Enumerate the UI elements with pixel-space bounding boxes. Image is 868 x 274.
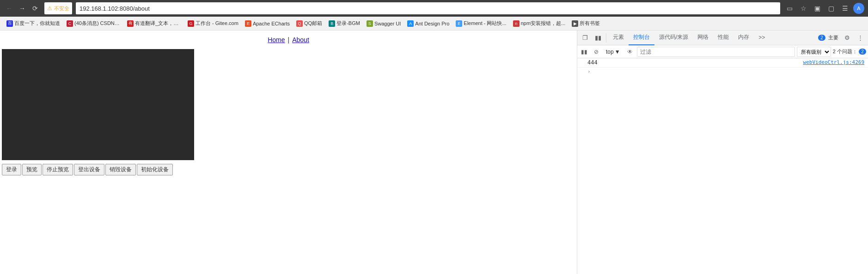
devtools-toolbar: ❐ ▮▮ 元素控制台源代码/来源网络性能内存>> 2 主要 ⚙ ⋮ [577, 31, 868, 45]
bookmark-ant[interactable]: AAnt Design Pro [404, 19, 452, 29]
nav-buttons: ← → ⟳ [4, 3, 41, 14]
bookmark-label-baidu: 百度一下，你就知道 [14, 20, 60, 27]
issues-count-text: 2 个问题： [833, 48, 857, 55]
action-preview-button[interactable]: 预览 [22, 164, 42, 175]
address-bar[interactable]: 192.168.1.102:8080/about [76, 2, 780, 14]
bookmark-label-echarts: Apache ECharts [253, 21, 290, 26]
bookmark-qq[interactable]: QQQ邮箱 [293, 19, 325, 29]
bookmark-npm[interactable]: nnpm安装报错，超... [510, 19, 568, 29]
forward-button[interactable]: → [17, 3, 28, 14]
devtools-more-btn[interactable]: ⋮ [854, 32, 866, 44]
bookmark-label-gitee: 工作台 - Gitee.com [196, 20, 238, 27]
profile-letter: A [857, 6, 860, 11]
security-label: 不安全 [54, 5, 69, 12]
devtools-settings-btn[interactable]: ⚙ [841, 32, 853, 44]
bookmark-echarts[interactable]: EApache ECharts [242, 19, 293, 29]
page-nav: Home | About [0, 31, 577, 49]
bookmark-icon-ant: A [407, 20, 414, 27]
bookmark-button[interactable]: ☆ [798, 3, 809, 14]
video-container [0, 49, 577, 160]
console-level-select[interactable]: 所有级别 [797, 47, 831, 57]
bookmark-swagger[interactable]: SSwagger UI [364, 19, 403, 29]
bookmark-label-ant: Ant Design Pro [415, 21, 449, 26]
nav-about-link[interactable]: About [292, 36, 309, 44]
devtools-select-btn[interactable]: ❐ [579, 32, 591, 44]
bookmark-icon-csdn: C [67, 20, 73, 27]
bookmark-all[interactable]: ▶所有书签 [569, 19, 603, 29]
console-row: 444 webVideoCtrl.js:4269 [577, 58, 868, 68]
bookmark-label-element: Element - 网站快... [464, 20, 506, 27]
browser-actions: ▭ ☆ ▣ ▢ ☰ A [784, 3, 864, 14]
security-indicator: ⚠ 不安全 [44, 2, 72, 14]
console-value: 444 [587, 59, 803, 66]
action-logout-button[interactable]: 登出设备 [74, 164, 104, 175]
devtools-tab-network[interactable]: 网络 [693, 31, 713, 45]
bookmark-icon-echarts: E [245, 20, 251, 27]
bookmark-icon-swagger: S [367, 20, 373, 27]
bookmark-icon-gitee: G [188, 20, 194, 27]
bookmarks-list: 百百度一下，你就知道C(40条消息) CSDN -...有有道翻译_文本，文..… [4, 19, 603, 29]
warning-icon: ⚠ [47, 5, 52, 12]
window-button[interactable]: ▢ [825, 3, 837, 14]
console-filter-input[interactable] [637, 47, 795, 57]
console-context-select[interactable]: top ▼ [603, 48, 623, 56]
bookmark-label-youdao: 有道翻译_文本，文... [135, 20, 181, 27]
console-clear-btn[interactable]: ⊘ [591, 47, 601, 57]
console-file-link[interactable]: webVideoCtrl.js:4269 [803, 59, 864, 65]
issues-count-display[interactable]: 2 个问题： 2 [833, 48, 866, 55]
bookmark-label-qq: QQ邮箱 [304, 20, 322, 27]
action-login-button[interactable]: 登录 [2, 164, 21, 175]
context-label: top [606, 49, 614, 55]
bookmark-bgm[interactable]: B登录-BGM [326, 19, 363, 29]
video-box [2, 49, 194, 160]
devtools-actions: 2 主要 ⚙ ⋮ [818, 32, 866, 44]
browser-window: ← → ⟳ ⚠ 不安全 192.168.1.102:8080/about ▭ ☆… [0, 0, 868, 274]
devtools-tab-memory[interactable]: 内存 [734, 31, 754, 45]
bookmark-baidu[interactable]: 百百度一下，你就知道 [4, 19, 63, 29]
devtools-tab-performance[interactable]: 性能 [713, 31, 734, 45]
chevron-right-icon[interactable]: › [587, 68, 591, 75]
bookmark-label-all: 所有书签 [580, 20, 600, 27]
action-stop_preview-button[interactable]: 停止预览 [43, 164, 73, 175]
bookmark-icon-element: E [456, 20, 462, 27]
bookmark-youdao[interactable]: 有有道翻译_文本，文... [124, 19, 184, 29]
bookmark-element[interactable]: EElement - 网站快... [453, 19, 509, 29]
devtools-tab-sources[interactable]: 源代码/来源 [654, 31, 693, 45]
profile-button[interactable]: A [853, 3, 864, 14]
bookmarks-bar-button[interactable]: ☰ [839, 3, 850, 14]
issues-badge-count: 2 [859, 49, 866, 55]
devtools-tab-console[interactable]: 控制台 [629, 31, 654, 45]
bookmarks-bar: 百百度一下，你就知道C(40条消息) CSDN -...有有道翻译_文本，文..… [0, 17, 868, 31]
bookmark-icon-all: ▶ [572, 20, 578, 27]
bookmark-label-bgm: 登录-BGM [336, 20, 360, 27]
console-sidebar-btn[interactable]: ▮▮ [579, 47, 589, 57]
devtools-device-btn[interactable]: ▮▮ [592, 32, 604, 44]
context-chevron: ▼ [615, 49, 620, 55]
devtools-toolbar2: ▮▮ ⊘ top ▼ 👁 所有级别 2 个问题： 2 [577, 45, 868, 58]
action-destroy-button[interactable]: 销毁设备 [105, 164, 136, 175]
bookmark-icon-qq: Q [296, 20, 303, 27]
bookmark-csdn[interactable]: C(40条消息) CSDN -... [64, 19, 123, 29]
bookmark-gitee[interactable]: G工作台 - Gitee.com [185, 19, 241, 29]
nav-separator: | [288, 36, 290, 44]
console-eye-btn[interactable]: 👁 [625, 47, 635, 57]
devtools-tab-more[interactable]: >> [754, 31, 770, 45]
toolbar-separator [606, 33, 606, 43]
devtools-theme-btn[interactable]: 主要 [826, 32, 840, 44]
refresh-button[interactable]: ⟳ [30, 3, 41, 14]
bookmark-label-swagger: Swagger UI [374, 21, 401, 26]
main-area: Home | About 登录预览停止预览登出设备销毁设备初始化设备 ❐ ▮▮ … [0, 31, 868, 274]
devtools-console: 444 webVideoCtrl.js:4269 › [577, 58, 868, 274]
extensions-button[interactable]: ▣ [812, 3, 823, 14]
issues-badge-main: 2 [818, 35, 825, 41]
devtools-tabs: 元素控制台源代码/来源网络性能内存>> [608, 31, 770, 45]
devtools-tab-elements[interactable]: 元素 [608, 31, 629, 45]
nav-home-link[interactable]: Home [268, 36, 285, 44]
url-text: 192.168.1.102:8080/about [79, 5, 150, 12]
action-init-button[interactable]: 初始化设备 [137, 164, 173, 175]
cast-button[interactable]: ▭ [784, 3, 795, 14]
back-button[interactable]: ← [4, 3, 15, 14]
bookmark-icon-bgm: B [329, 20, 335, 27]
devtools-panel: ❐ ▮▮ 元素控制台源代码/来源网络性能内存>> 2 主要 ⚙ ⋮ ▮▮ ⊘ t… [577, 31, 868, 274]
bookmark-icon-youdao: 有 [127, 20, 134, 27]
